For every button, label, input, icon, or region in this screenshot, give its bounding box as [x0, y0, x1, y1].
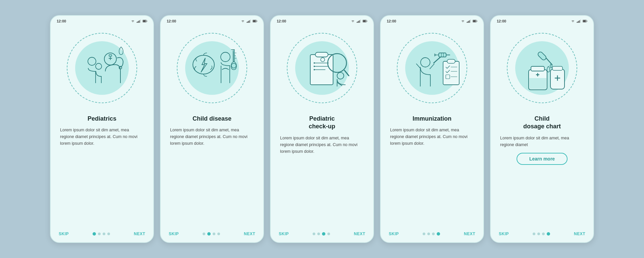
svg-rect-65: [579, 20, 580, 23]
icon-area-3: [271, 24, 373, 112]
svg-rect-46: [468, 21, 469, 23]
signal-icon-3: [357, 19, 361, 23]
svg-rect-75: [537, 51, 547, 61]
dot-1-3: [107, 233, 110, 235]
screen-body-1: Lorem ipsum dolor sit dim amet, mea regi…: [60, 127, 144, 147]
svg-rect-13: [248, 21, 249, 23]
skip-btn-1[interactable]: SKIP: [59, 232, 69, 236]
skip-btn-4[interactable]: SKIP: [389, 232, 399, 236]
dot-3-1: [317, 233, 320, 235]
screen-body-3: Lorem ipsum dolor sit dim amet, mea regi…: [280, 135, 364, 155]
bottom-nav-4: SKIP NEXT: [381, 227, 483, 242]
next-btn-4[interactable]: NEXT: [464, 232, 475, 236]
status-bar-4: 12:00: [381, 16, 483, 24]
status-bar-1: 12:00: [51, 16, 153, 24]
svg-rect-72: [529, 78, 546, 89]
screen-title-3: Pediatric check-up: [280, 115, 364, 131]
svg-rect-64: [578, 21, 579, 23]
dot-4-0: [423, 233, 425, 235]
status-icons-4: [461, 19, 477, 23]
screen-child-disease: 12:00: [160, 15, 264, 243]
next-btn-5[interactable]: NEXT: [574, 232, 585, 236]
signal-icon-4: [467, 19, 471, 23]
svg-rect-14: [249, 20, 250, 23]
screen-title-1: Pediatrics: [60, 115, 144, 123]
skip-btn-5[interactable]: SKIP: [499, 232, 509, 236]
dot-1-0: [93, 232, 96, 236]
svg-rect-6: [143, 20, 146, 22]
status-time-4: 12:00: [387, 19, 396, 23]
svg-rect-69: [583, 20, 586, 22]
wifi-icon-4: [461, 19, 465, 23]
svg-rect-15: [250, 20, 251, 23]
screen-checkup: 12:00: [270, 15, 374, 243]
dot-1-2: [103, 233, 105, 235]
svg-rect-0: [137, 22, 138, 23]
svg-rect-2: [139, 20, 140, 23]
dot-5-0: [533, 233, 535, 235]
battery-icon-5: [583, 19, 587, 23]
svg-rect-18: [253, 20, 256, 22]
svg-rect-8: [109, 55, 112, 56]
bottom-nav-2: SKIP NEXT: [161, 227, 263, 242]
svg-rect-34: [315, 52, 328, 57]
wifi-icon-3: [351, 19, 355, 23]
svg-rect-26: [357, 22, 358, 23]
svg-rect-29: [360, 20, 361, 23]
svg-rect-5: [147, 20, 147, 21]
svg-point-39: [314, 66, 315, 67]
screen-body-4: Lorem ipsum dolor sit dim amet, mea regi…: [390, 127, 474, 147]
learn-more-button[interactable]: Learn more: [517, 153, 568, 165]
dot-4-3: [437, 232, 440, 236]
dot-2-2: [213, 233, 215, 235]
svg-rect-27: [358, 21, 359, 23]
status-icons-3: [351, 19, 367, 23]
dot-5-3: [547, 232, 550, 236]
bottom-nav-1: SKIP NEXT: [51, 227, 153, 242]
next-btn-3[interactable]: NEXT: [354, 232, 365, 236]
battery-icon-2: [253, 19, 257, 23]
svg-rect-63: [577, 22, 578, 23]
svg-rect-54: [439, 53, 446, 57]
svg-rect-71: [531, 66, 544, 71]
child-disease-icon: [182, 38, 242, 98]
svg-rect-31: [367, 20, 367, 21]
content-area-1: Pediatrics Lorem ipsum dolor sit dim ame…: [51, 112, 153, 227]
screen-immunization: 12:00: [380, 15, 484, 243]
dot-5-1: [537, 233, 540, 235]
dot-3-0: [313, 233, 315, 235]
status-bar-5: 12:00: [491, 16, 593, 24]
status-icons-5: [571, 19, 587, 23]
signal-icon: [137, 19, 141, 23]
screen-body-2: Lorem ipsum dolor sit dim amet, mea regi…: [170, 127, 254, 147]
battery-icon-3: [363, 19, 367, 23]
icon-area-1: [51, 24, 153, 112]
wifi-icon: [130, 19, 135, 23]
screen-title-2: Child disease: [170, 115, 254, 123]
svg-point-52: [421, 58, 430, 67]
screen-title-5: Child dosage chart: [500, 115, 584, 131]
svg-point-9: [88, 57, 96, 65]
bottom-nav-5: SKIP NEXT: [491, 227, 593, 242]
next-btn-1[interactable]: NEXT: [134, 232, 145, 236]
svg-rect-58: [447, 59, 455, 63]
checkup-icon: [292, 38, 352, 98]
dot-3-3: [327, 233, 330, 235]
battery-icon: [143, 19, 147, 23]
svg-rect-3: [140, 20, 141, 23]
screen-title-4: Immunization: [390, 115, 474, 123]
dot-2-3: [217, 233, 220, 235]
wifi-icon-2: [240, 19, 245, 23]
dots-3: [313, 232, 330, 236]
skip-btn-3[interactable]: SKIP: [279, 232, 289, 236]
screen-dosage: 12:00: [490, 15, 594, 243]
dot-3-2: [322, 232, 325, 236]
skip-btn-2[interactable]: SKIP: [169, 232, 179, 236]
next-btn-2[interactable]: NEXT: [244, 232, 255, 236]
svg-rect-74: [552, 66, 562, 70]
bottom-nav-3: SKIP NEXT: [271, 227, 373, 242]
pediatrics-icon: [72, 38, 132, 98]
svg-rect-47: [469, 20, 470, 23]
svg-rect-51: [473, 20, 476, 22]
svg-line-43: [344, 70, 349, 76]
